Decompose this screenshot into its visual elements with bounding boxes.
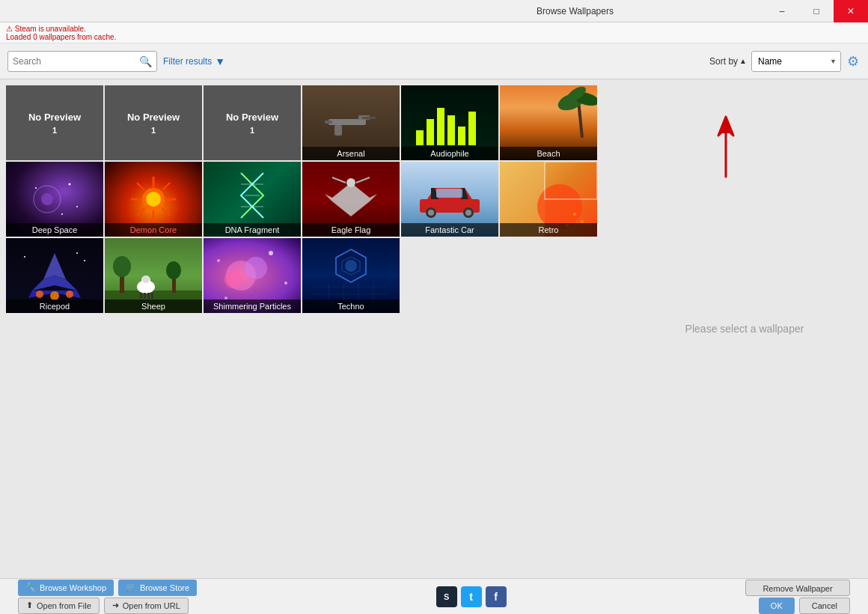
wallpaper-item-audiophile[interactable]: Audiophile xyxy=(401,85,498,160)
sort-direction-icon: ▲ xyxy=(739,57,747,65)
bottom-right-buttons: Remove Wallpaper OK Cancel xyxy=(745,580,859,614)
title-bar: Browse Wallpapers – □ ✕ xyxy=(0,0,868,22)
arrow-icon: ➜ xyxy=(112,601,119,610)
open-from-url-button[interactable]: ➜ Open from URL xyxy=(104,598,189,614)
browse-workshop-button[interactable]: 🔧 Browse Workshop xyxy=(18,580,114,596)
filter-label: Filter results xyxy=(163,56,212,67)
wallpaper-item-beach[interactable]: Beach xyxy=(500,85,597,160)
bottom-right-row2: OK Cancel xyxy=(759,598,850,614)
cart-icon: 🛒 xyxy=(126,583,136,592)
open-from-file-button[interactable]: ⬆ Open from File xyxy=(18,598,100,614)
bottom-row1: 🔧 Browse Workshop 🛒 Browse Store xyxy=(18,580,197,596)
wallpaper-item-eagle-flag[interactable]: Eagle Flag xyxy=(302,162,400,237)
steam-status-line1: ⚠ Steam is unavailable. xyxy=(6,25,862,33)
sort-select-wrapper[interactable]: Name Date Rating Subscriptions xyxy=(751,51,841,72)
close-button[interactable]: ✕ xyxy=(834,0,868,22)
bottom-left-buttons: 🔧 Browse Workshop 🛒 Browse Store ⬆ Open … xyxy=(9,580,197,614)
steam-status-bar: ⚠ Steam is unavailable. Loaded 0 wallpap… xyxy=(0,22,868,43)
wallpaper-item-ricepod[interactable]: Ricepod xyxy=(6,238,103,313)
facebook-social-icon[interactable]: f xyxy=(486,586,507,607)
window-title: Browse Wallpapers xyxy=(385,6,765,16)
steam-status-line2: Loaded 0 wallpapers from cache. xyxy=(6,33,862,41)
search-icon-button[interactable]: 🔍 xyxy=(139,55,152,67)
preview-placeholder: Please select a wallpaper xyxy=(685,323,804,335)
ok-button[interactable]: OK xyxy=(759,598,795,614)
wallpaper-item-retro[interactable]: Retro xyxy=(500,162,597,237)
restore-button[interactable]: □ xyxy=(799,0,834,22)
bottom-row2: ⬆ Open from File ➜ Open from URL xyxy=(18,598,197,614)
wallpaper-item-techno[interactable]: Techno xyxy=(302,238,400,313)
bottom-right-row1: Remove Wallpaper xyxy=(745,580,850,596)
twitter-social-icon[interactable]: t xyxy=(461,586,482,607)
svg-marker-76 xyxy=(721,117,731,133)
filter-icon: ▼ xyxy=(215,55,225,67)
wallpaper-item[interactable]: No Preview 1 xyxy=(204,85,301,160)
preview-panel: Please select a wallpaper xyxy=(621,79,868,578)
wallpaper-item[interactable]: No Preview 1 xyxy=(105,85,202,160)
search-input[interactable] xyxy=(13,56,139,67)
wallpaper-item-fantastic-car[interactable]: Fantastic Car xyxy=(401,162,498,237)
sort-group: Sort by ▲ Name Date Rating Subscriptions… xyxy=(709,51,861,72)
wallpaper-item-arsenal[interactable]: Arsenal xyxy=(302,85,400,160)
main-content: No Preview 1 No Preview 1 No Preview 1 xyxy=(0,79,868,578)
sort-label: Sort by ▲ xyxy=(709,56,747,67)
minimize-button[interactable]: – xyxy=(765,0,799,22)
wallpaper-item-sheep[interactable]: Sheep xyxy=(105,238,202,313)
upload-icon: ⬆ xyxy=(26,601,33,610)
wallpaper-item[interactable]: No Preview 1 xyxy=(6,85,103,160)
steam-social-icon[interactable]: S xyxy=(436,586,457,607)
bottom-center: S t f xyxy=(197,586,745,607)
filter-results[interactable]: Filter results ▼ xyxy=(163,55,225,67)
cancel-button[interactable]: Cancel xyxy=(799,598,850,614)
remove-wallpaper-button[interactable]: Remove Wallpaper xyxy=(745,580,850,596)
wallpaper-item-dna[interactable]: DNA Fragment xyxy=(204,162,301,237)
wallpaper-item-shimmering[interactable]: Shimmering Particles xyxy=(204,238,301,313)
bottom-bar: 🔧 Browse Workshop 🛒 Browse Store ⬆ Open … xyxy=(0,578,868,614)
wallpaper-item-deep-space[interactable]: Deep Space xyxy=(6,162,103,237)
browse-store-button[interactable]: 🛒 Browse Store xyxy=(118,580,197,596)
settings-button[interactable]: ⚙ xyxy=(846,52,861,71)
annotation-arrow xyxy=(692,109,737,186)
sort-select[interactable]: Name Date Rating Subscriptions xyxy=(751,51,841,72)
wallpaper-item-demon-core[interactable]: Demon Core xyxy=(105,162,202,237)
wrench-icon: 🔧 xyxy=(25,583,36,592)
title-bar-buttons: – □ ✕ xyxy=(765,0,868,22)
toolbar: 🔍 Filter results ▼ Sort by ▲ Name Date R… xyxy=(0,43,868,79)
wallpaper-grid: No Preview 1 No Preview 1 No Preview 1 xyxy=(0,79,621,578)
search-box[interactable]: 🔍 xyxy=(7,51,157,72)
